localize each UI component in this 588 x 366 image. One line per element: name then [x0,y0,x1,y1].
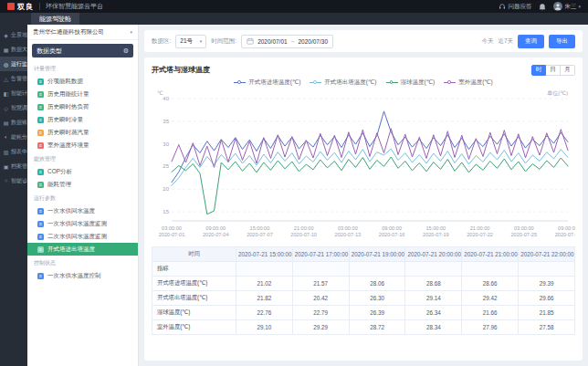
date-separator: ~ [291,38,295,45]
granularity-toggle-group: 时日月 [531,65,575,76]
monitor-icon: ◎ [3,61,9,68]
tree-item[interactable]: ≡开式塔进出塔温度 [27,243,138,256]
bell-icon[interactable] [539,3,546,11]
metric-value: 21.57 [292,277,349,291]
rail-item-report[interactable]: ▥报表中心 [0,144,27,159]
user-menu[interactable]: 朱三 ▾ [553,2,581,11]
tree-item[interactable]: ≡二次水供回水温度监测 [27,230,138,243]
time-column-header: 2020-07-21 21:00:00 [462,247,519,262]
metric-value: 26.34 [405,306,462,320]
data-type-tree: 计量管理≡分项能耗数据≡历史用能统计量≡历史瞬时热负荷≡历史瞬时冷量≡历史瞬时蒸… [27,61,138,366]
time-column-header: 2020-07-21 19:00:00 [349,247,405,262]
tree-item-label: 能耗管理 [47,181,71,189]
metric-value: 29.10 [236,320,293,335]
tree-item-label: 历史瞬时冷量 [47,116,83,124]
search-button[interactable]: 查询 [518,35,544,48]
platform-title: 环保智慧能源云平台 [46,2,103,11]
data-type-icon: ≡ [37,104,44,110]
tree-item[interactable]: ≡历史瞬时蒸汽量 [27,126,138,139]
data-table: 时间2020-07-21 15:00:002020-07-21 17:00:00… [152,246,575,335]
rail-item-ledger[interactable]: ▤数据账表 [0,115,27,130]
tree-item[interactable]: ≡室外温度环境量 [27,139,138,152]
tree-item[interactable]: ≡COP分析 [27,165,138,178]
svg-text:09:00:002020-07-04: 09:00:002020-07-04 [203,225,229,237]
metric-name: 开式塔进塔温度(℃) [152,277,236,291]
metric-value: 26.30 [349,291,405,306]
chart-series-line [172,149,568,185]
metric-value: 29.14 [405,291,462,306]
legend-item[interactable]: 室外温度(℃) [444,78,493,87]
legend-item[interactable]: 开式塔出塔温度(℃) [310,78,376,87]
metric-value: 29.39 [519,277,575,291]
data-type-icon: ≡ [37,130,44,136]
metric-value: 20.42 [292,291,349,306]
tree-item[interactable]: ≡历史瞬时冷量 [27,113,138,126]
data-type-icon: ≡ [37,246,44,253]
legend-item[interactable]: 开式塔进塔温度(℃) [234,78,300,87]
app-root: 双良 环保智慧能源云平台 问题应答 朱三 ▾ 能源驾驶舱 ◈全景地图▦数据大屏◎… [0,0,588,366]
tree-item[interactable]: ≡分项能耗数据 [27,75,138,88]
rail-item-metering[interactable]: ◧智能计量 [0,86,27,100]
chart-card-header: 开式塔与湿球温度 时日月 [152,63,575,77]
legend-marker [234,80,246,85]
time-column-header: 2020-07-21 15:00:00 [236,247,293,262]
rail-item-monitor[interactable]: ◎运行监控 [0,57,27,71]
ledger-icon: ▤ [3,120,9,126]
export-button[interactable]: 导出 [549,35,575,48]
data-type-icon: ≡ [37,91,44,98]
tree-item-label: 一次水供水温度控制 [47,272,101,280]
rail-item-alarm[interactable]: △告警管理 [0,71,27,86]
gear-icon[interactable]: ⚙ [123,47,129,55]
temperature-chart[interactable]: 15202530354003:00:002020-07-0109:00:0020… [152,88,575,245]
tree-item[interactable]: ≡能耗管理 [27,178,138,191]
brand-logo-icon [7,3,15,10]
tree-group-label: 控制状态 [27,256,138,269]
rail-item-diagnosis[interactable]: ○智能诊断 [0,173,27,188]
tree-item[interactable]: ≡历史瞬时热负荷 [27,100,138,113]
svg-text:15:00:002020-07-07: 15:00:002020-07-07 [247,225,273,237]
filter-bar: 数据区: 21号 ▾ 时间范围: 2020/07/01 ~ 2020/07/30… [144,30,583,52]
chart-title: 开式塔与湿球温度 [152,65,210,75]
area-select[interactable]: 21号 ▾ [175,35,206,48]
brand-name: 双良 [17,2,34,12]
brand: 双良 环保智慧能源云平台 [7,2,103,12]
rail-item-archive[interactable]: ▣档案管理 [0,159,27,173]
rail-item-map[interactable]: ◈全景地图 [0,27,27,42]
time-header-cell: 时间 [152,247,236,262]
dashboard-icon: ▦ [3,47,9,53]
tree-group-label: 能效管理 [27,152,138,165]
rail-item-dispatch[interactable]: ◇智慧调度 [0,100,27,115]
data-type-icon: ≡ [37,221,44,227]
data-type-icon: ≡ [37,182,44,188]
tree-item[interactable]: ≡历史用能统计量 [27,88,138,100]
granularity-toggle-1[interactable]: 日 [546,65,561,76]
metric-value: 21.02 [236,277,293,291]
metric-value: 28.06 [349,277,405,291]
rail-item-analysis[interactable]: ◐能耗分析 [0,130,27,144]
company-selector[interactable]: 贵州华仁通能科技有限公司 ▾ [27,25,138,40]
main-area: 数据区: 21号 ▾ 时间范围: 2020/07/01 ~ 2020/07/30… [139,25,588,366]
tree-item[interactable]: ≡一次水供回水温度 [27,204,138,217]
legend-item[interactable]: 湿球温度(℃) [386,78,436,87]
header-actions: 问题应答 朱三 ▾ [499,2,581,11]
chart-series-line [172,157,568,214]
tree-item[interactable]: ≡一次水供水温度控制 [27,269,138,282]
time-column-header: 2020-07-21 22:00:00 [519,247,575,262]
date-range-picker[interactable]: 2020/07/01 ~ 2020/07/30 [241,35,333,48]
tab-energy-cockpit[interactable]: 能源驾驶舱 [31,13,79,25]
tree-item[interactable]: ≡一次水供回水温度监测 [27,217,138,230]
data-type-icon: ≡ [37,169,44,175]
rail-item-screen[interactable]: ▦数据大屏 [0,42,27,57]
data-type-icon: ≡ [37,234,44,240]
archive-icon: ▣ [3,163,9,170]
table-row: 湿球温度(℃)22.7622.7926.3926.3421.6621.85 [152,306,575,320]
granularity-toggle-0[interactable]: 时 [531,65,546,76]
granularity-toggle-2[interactable]: 月 [561,65,575,76]
top-header: 双良 环保智慧能源云平台 问题应答 朱三 ▾ [0,0,588,13]
tree-group-label: 运行参数 [27,191,138,204]
tree-item-label: 一次水供回水温度监测 [47,220,107,228]
data-type-icon: ≡ [37,273,44,279]
help-link[interactable]: 问题应答 [499,3,531,11]
quick-filter-today[interactable]: 今天 [481,37,493,46]
quick-filter-7days[interactable]: 近7天 [498,37,513,46]
